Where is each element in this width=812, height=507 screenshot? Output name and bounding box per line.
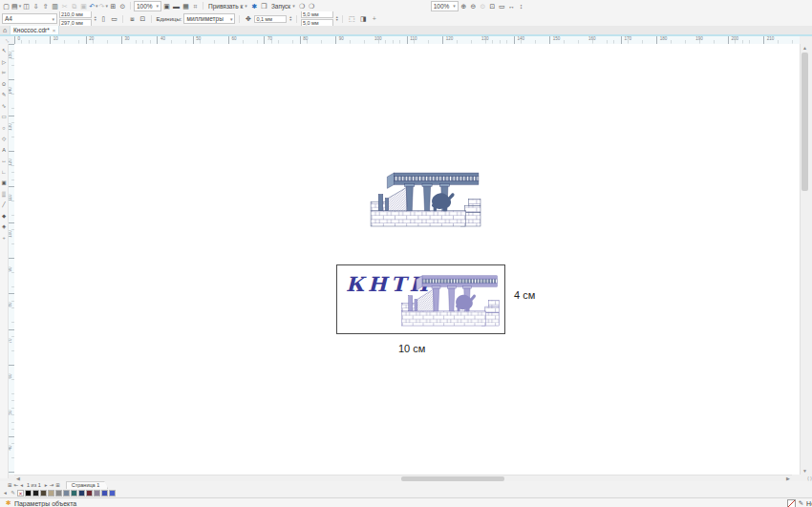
prev-page-icon[interactable]: ◂ (20, 482, 23, 488)
zoom-tool[interactable]: ⊙ (1, 81, 8, 88)
pick-tool[interactable]: ↖ (1, 48, 8, 54)
connector-tool[interactable]: ∟ (1, 169, 8, 176)
landscape-icon[interactable]: ▭ (109, 14, 118, 24)
first-page-icon[interactable]: ⇤ (14, 482, 19, 488)
search-content-icon[interactable]: ⊙ (118, 1, 127, 11)
zoom-page-height-icon[interactable]: ↕ (517, 1, 525, 11)
color-eyedropper-tool[interactable]: ╱ (1, 201, 8, 208)
add-page-icon[interactable]: ⊞ (8, 482, 12, 488)
new-document-icon[interactable]: ▢ (2, 1, 11, 11)
share-bubble-icon[interactable]: ❍ (308, 1, 316, 11)
application-window-icon[interactable]: ❒ (260, 1, 268, 11)
page-width-field[interactable]: 210,0 мм (59, 11, 92, 18)
launch-button[interactable]: Запуск ▾ (269, 1, 297, 11)
scroll-down-icon[interactable]: ▼ (801, 467, 809, 475)
customize-plus-button[interactable]: + (370, 13, 378, 24)
drawing-canvas[interactable]: КНТН 4 см 10 см (14, 44, 800, 475)
import-icon[interactable]: ⇩ (32, 1, 40, 11)
add-tool-button[interactable]: + (1, 235, 8, 242)
knossos-palace-drawing[interactable] (366, 169, 482, 227)
palette-swatch[interactable] (48, 490, 54, 496)
palette-swatch[interactable] (63, 490, 70, 496)
zoom-page-icon[interactable]: ▭ (498, 1, 506, 11)
options-gear-icon[interactable]: ✱ (250, 1, 259, 11)
print-icon[interactable]: ▥ (51, 1, 59, 11)
ellipse-tool[interactable]: ○ (1, 125, 8, 132)
show-grid-icon[interactable]: ▦ (182, 1, 190, 11)
text-tool[interactable]: A (1, 147, 8, 154)
nudge-icon: ✥ (244, 13, 252, 24)
page-width-value: 210,0 мм (61, 11, 83, 17)
document-tab[interactable]: Кноссос.cdr* × (10, 26, 59, 34)
transparency-tool[interactable]: ▒ (1, 191, 8, 198)
view-zoom-combo[interactable]: 100% ▾ (431, 1, 459, 11)
units-combo[interactable]: миллиметры ▾ (183, 13, 235, 24)
rectangle-tool[interactable]: ▭ (1, 114, 8, 120)
show-guidelines-icon[interactable]: ⌗ (191, 1, 200, 11)
palette-swatch[interactable] (78, 490, 85, 496)
page-size-spinner[interactable]: ▲▼ (94, 16, 96, 22)
dimension-tool[interactable]: ↔ (1, 158, 8, 164)
palette-arrow-icon[interactable]: ◂ (2, 490, 9, 496)
vertical-scrollbar[interactable]: ▲ ▼ (800, 44, 809, 475)
crop-tool[interactable]: ✂ (1, 70, 8, 76)
zoom-in-icon[interactable]: ⊕ (459, 1, 468, 11)
treat-as-filled-icon[interactable]: ◨ (358, 14, 368, 24)
interactive-fill-tool[interactable]: ◆ (1, 213, 8, 220)
palette-swatch[interactable] (25, 490, 32, 496)
next-page-icon[interactable]: ▸ (45, 482, 48, 488)
knossos-palace-small-drawing[interactable] (397, 272, 501, 327)
show-rulers-icon[interactable]: ▬ (172, 1, 181, 11)
palette-eyedropper-icon[interactable]: ✎ (10, 490, 16, 496)
duplicate-spinner[interactable]: ▲▼ (335, 16, 338, 22)
palette-swatch[interactable] (94, 490, 100, 496)
palette-swatch[interactable] (40, 490, 47, 496)
home-tab-icon[interactable]: ⌂ (0, 26, 10, 34)
zoom-page-width-icon[interactable]: ↔ (507, 1, 516, 11)
freehand-tool[interactable]: ✎ (1, 92, 8, 98)
no-color-swatch[interactable]: ✕ (17, 490, 24, 496)
last-page-icon[interactable]: ⇥ (50, 482, 54, 488)
open-icon[interactable]: ▤▾ (11, 1, 21, 11)
nudge-field[interactable]: 0,1 мм (254, 15, 287, 23)
palette-swatch[interactable] (55, 490, 62, 496)
palette-swatch[interactable] (32, 490, 39, 496)
drop-shadow-tool[interactable]: ▣ (1, 180, 8, 186)
palette-swatch[interactable] (71, 490, 77, 496)
polygon-tool[interactable]: ◇ (1, 136, 8, 142)
zoom-level-combo[interactable]: 100% ▾ (134, 1, 161, 11)
palette-swatch[interactable] (109, 490, 116, 496)
full-screen-preview-icon[interactable]: ▣ (162, 1, 171, 11)
duplicate-x-field[interactable]: 5,0 мм (301, 11, 333, 18)
close-icon[interactable]: × (53, 28, 56, 33)
zoom-all-objects-icon[interactable]: ⊡ (488, 1, 497, 11)
current-page-icon[interactable]: ⊡ (138, 14, 147, 24)
publish-pdf-icon[interactable]: ⊞ (109, 1, 118, 11)
outline-pen-icon[interactable]: ✎ (799, 499, 803, 507)
logo-frame-rectangle[interactable]: КНТН (336, 264, 505, 334)
page-size-preset-combo[interactable]: A4 ▾ (2, 13, 57, 24)
zoom-out-icon[interactable]: ⊖ (469, 1, 478, 11)
scrollbar-corner-buttons[interactable]: ⟨ ⟩ (792, 475, 812, 481)
all-pages-icon[interactable]: ⧈ (127, 14, 137, 24)
vertical-scroll-thumb[interactable] (801, 53, 808, 191)
feedback-bubble-icon[interactable]: ❍ (298, 1, 307, 11)
bounding-box-icon[interactable]: ⬚ (347, 14, 356, 24)
snap-to-button[interactable]: Привязать к ▾ (206, 1, 249, 11)
shape-tool[interactable]: ▷ (1, 59, 8, 66)
page-tab[interactable]: Страница 1 (66, 481, 109, 489)
scroll-up-icon[interactable]: ▲ (801, 44, 809, 52)
fill-none-icon[interactable] (787, 499, 796, 507)
gear-icon[interactable]: ✱ (6, 499, 11, 507)
palette-swatch[interactable] (86, 490, 93, 496)
palette-swatch[interactable] (101, 490, 108, 496)
pan-icon[interactable]: ⟨ (807, 475, 809, 481)
add-page-after-icon[interactable]: ⊞ (55, 482, 60, 488)
portrait-icon[interactable]: ▯ (98, 14, 108, 24)
artistic-media-tool[interactable]: ∿ (1, 103, 8, 110)
save-icon[interactable]: ◫ (22, 1, 31, 11)
undo-icon[interactable]: ↶▾ (89, 1, 97, 11)
smart-fill-tool[interactable]: ◈ (1, 223, 8, 230)
nudge-spinner[interactable]: ▲▼ (288, 16, 291, 22)
export-icon[interactable]: ⇧ (41, 1, 50, 11)
